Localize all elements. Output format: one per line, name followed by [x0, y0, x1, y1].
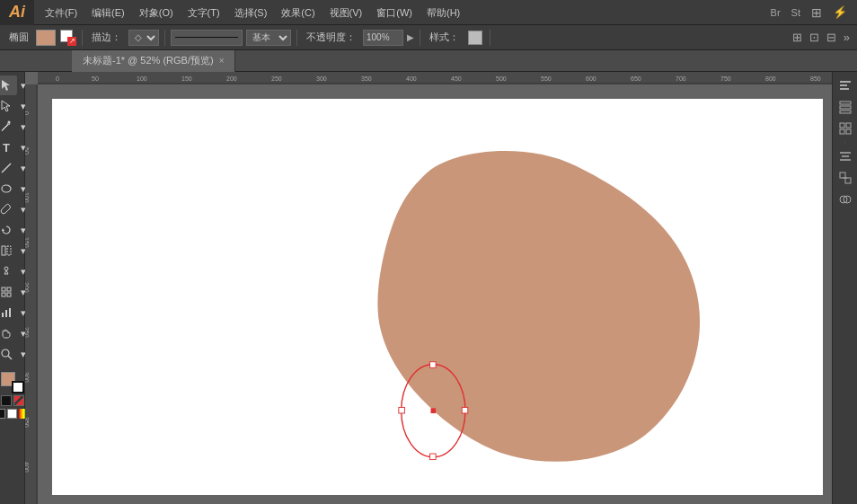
document-tab[interactable]: 未标题-1* @ 52% (RGB/预览) ×: [72, 50, 235, 72]
menu-window[interactable]: 窗口(W): [369, 0, 420, 25]
stroke-color-area[interactable]: ↗: [60, 30, 76, 46]
right-panel-sep: [844, 142, 845, 143]
line-type-select[interactable]: 基本: [246, 30, 291, 46]
blob-shape: [377, 151, 700, 462]
pathfinder-icon[interactable]: ⊟: [825, 31, 838, 44]
svg-text:400: 400: [406, 75, 417, 82]
menu-text[interactable]: 文字(T): [181, 0, 227, 25]
svg-text:700: 700: [676, 75, 686, 82]
color-swatch-black[interactable]: [0, 409, 5, 419]
brush-tool[interactable]: [0, 199, 17, 219]
color-swatch-white[interactable]: [7, 409, 17, 419]
svg-rect-52: [840, 111, 851, 113]
menu-object[interactable]: 对象(O): [132, 0, 181, 25]
menu-bar: Ai 文件(F) 编辑(E) 对象(O) 文字(T) 选择(S) 效果(C) 视…: [0, 0, 857, 25]
workspace-icon[interactable]: ⊞: [808, 5, 825, 20]
none-color-button[interactable]: [1, 395, 12, 406]
menu-select[interactable]: 选择(S): [227, 0, 275, 25]
svg-point-13: [2, 349, 9, 357]
toolbar-sep-1: [82, 30, 83, 46]
svg-text:350: 350: [361, 75, 372, 82]
tab-close-button[interactable]: ×: [219, 56, 225, 66]
type-tool[interactable]: T: [0, 137, 17, 157]
hand-tool[interactable]: [0, 323, 17, 343]
fill-color-swatch[interactable]: [36, 30, 56, 46]
toolbar-sep-3: [296, 30, 297, 46]
selection-tool[interactable]: [0, 75, 17, 95]
svg-rect-9: [7, 293, 11, 296]
ruler-horizontal: 0 50 100 150 200 250 300 350 400 450 500…: [38, 72, 832, 84]
fill-stroke-indicator[interactable]: [1, 372, 24, 393]
menu-view[interactable]: 视图(V): [322, 0, 370, 25]
anchor-left[interactable]: [399, 407, 405, 413]
sync-icon[interactable]: ⚡: [830, 5, 850, 19]
svg-text:450: 450: [451, 75, 462, 82]
svg-rect-11: [5, 310, 7, 317]
transform-icon[interactable]: ⊡: [808, 31, 821, 44]
ellipse-tool[interactable]: [0, 179, 17, 199]
menu-effect[interactable]: 效果(C): [274, 0, 322, 25]
line-tool[interactable]: [0, 158, 17, 178]
toolbar-sep-5: [490, 30, 490, 46]
line-style-preview[interactable]: [171, 30, 243, 46]
direct-select-tool[interactable]: [0, 96, 17, 116]
tab-bar: 未标题-1* @ 52% (RGB/预览) ×: [0, 50, 857, 72]
pen-tool[interactable]: [0, 117, 17, 137]
puppet-tool[interactable]: [0, 261, 17, 281]
svg-text:50: 50: [92, 75, 99, 82]
svg-rect-50: [840, 102, 851, 104]
artboards-panel-icon[interactable]: [835, 119, 856, 138]
stroke-select[interactable]: ◇: [128, 30, 159, 46]
symbol-tool[interactable]: [0, 282, 17, 302]
svg-text:150: 150: [181, 75, 192, 82]
bridge-icon[interactable]: Br: [768, 7, 783, 18]
menu-help[interactable]: 帮助(H): [420, 0, 467, 25]
svg-text:200: 200: [226, 75, 237, 82]
svg-rect-61: [845, 178, 851, 183]
svg-text:650: 650: [631, 75, 641, 82]
canvas-svg: [52, 99, 823, 495]
graph-tool[interactable]: [0, 303, 17, 323]
ruler-vertical: 0 50 100 150 200 250 300 350 400 450: [25, 84, 38, 504]
svg-text:100: 100: [25, 192, 30, 203]
opacity-arrow[interactable]: ▶: [407, 32, 414, 42]
zoom-tool[interactable]: [0, 344, 17, 364]
stroke-indicator[interactable]: [12, 381, 24, 393]
anchor-top[interactable]: [430, 362, 437, 368]
svg-text:300: 300: [316, 75, 327, 82]
align-icon[interactable]: ⊞: [791, 31, 804, 44]
svg-text:0: 0: [25, 111, 30, 115]
svg-text:100: 100: [137, 75, 147, 82]
svg-text:300: 300: [25, 372, 30, 383]
svg-rect-3: [2, 246, 5, 255]
svg-text:250: 250: [25, 327, 30, 338]
transform-panel-icon[interactable]: [835, 168, 856, 188]
none-fill-button[interactable]: [13, 395, 24, 406]
more-icon[interactable]: »: [842, 31, 852, 44]
style-label: 样式：: [426, 31, 463, 44]
svg-point-0: [8, 121, 11, 124]
svg-rect-48: [840, 84, 847, 86]
svg-line-14: [8, 356, 12, 359]
align-panel-icon[interactable]: [835, 146, 856, 166]
toolbar: 椭圆 ↗ 描边： ◇ 基本 不透明度： ▶ 样式： ⊞ ⊡ ⊟ »: [0, 25, 857, 50]
style-preview[interactable]: [468, 31, 482, 45]
svg-text:400: 400: [25, 462, 30, 473]
rotate-tool[interactable]: [0, 220, 17, 240]
svg-rect-10: [2, 313, 4, 317]
opacity-input[interactable]: [363, 30, 403, 46]
layers-panel-icon[interactable]: [835, 97, 856, 117]
svg-text:850: 850: [810, 75, 821, 82]
stock-icon[interactable]: St: [789, 7, 803, 18]
color-mode-buttons: [1, 395, 24, 406]
anchor-bottom[interactable]: [430, 454, 437, 460]
canvas-area[interactable]: 0 50 100 150 200 250 300 350 400 450 500…: [25, 72, 832, 504]
anchor-right[interactable]: [462, 407, 468, 413]
menu-file[interactable]: 文件(F): [38, 0, 84, 25]
svg-rect-47: [840, 81, 851, 83]
reflect-tool[interactable]: [0, 241, 17, 261]
pathfinder-panel-icon[interactable]: [835, 190, 856, 209]
menu-edit[interactable]: 编辑(E): [84, 0, 132, 25]
properties-panel-icon[interactable]: [835, 75, 856, 95]
main-area: ▾ ▾ ▾ T ▾ ▾: [0, 72, 857, 504]
